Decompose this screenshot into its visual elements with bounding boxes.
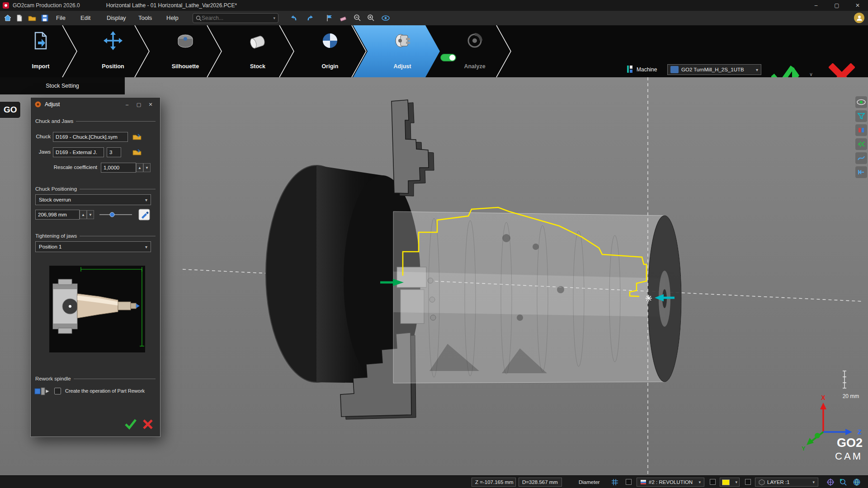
jaws-count-field[interactable]: 3: [107, 147, 121, 157]
go-panel-badge[interactable]: GO: [0, 101, 21, 118]
chuck-label: Chuck: [33, 134, 51, 139]
chevron-down-icon: ▾: [812, 480, 815, 484]
silhouette-step-icon[interactable]: [175, 31, 195, 51]
3d-viewport[interactable]: 20 mm X Z Y GO2 CAM Stock Setting: [0, 77, 868, 475]
tightening-select[interactable]: Position 1▾: [35, 241, 151, 252]
overrun-slider[interactable]: [99, 211, 133, 218]
layer-select[interactable]: LAYER :1 ▾: [755, 478, 818, 487]
stock-step-icon[interactable]: [248, 31, 268, 51]
user-avatar[interactable]: [854, 13, 864, 23]
search-box[interactable]: ▾: [193, 13, 278, 23]
target-snap-icon[interactable]: [826, 477, 835, 487]
step-silhouette[interactable]: Silhouette: [154, 63, 217, 70]
overrun-edit-button[interactable]: [138, 209, 150, 221]
menu-help[interactable]: Help: [162, 11, 183, 25]
new-document-icon[interactable]: [14, 13, 24, 23]
dialog-cancel-button[interactable]: [142, 418, 154, 431]
step-import[interactable]: Import: [9, 63, 72, 70]
close-button[interactable]: ✕: [847, 0, 868, 11]
dialog-title-bar[interactable]: Adjust – ▢ ✕: [31, 98, 160, 111]
world-view-icon[interactable]: [852, 477, 862, 487]
hexagon-icon: [759, 479, 765, 485]
menu-file[interactable]: File: [52, 11, 70, 25]
revolution-checkbox[interactable]: [626, 479, 632, 485]
overrun-up-button[interactable]: ▲: [80, 210, 87, 219]
zoom-region-icon[interactable]: [838, 477, 848, 487]
open-folder-icon[interactable]: [27, 13, 37, 23]
dialog-icon: [34, 101, 42, 108]
top-jaw-model[interactable]: [392, 100, 434, 196]
step-adjust[interactable]: Adjust: [371, 63, 434, 70]
zoom-in-icon[interactable]: [366, 13, 376, 23]
revolution-select[interactable]: #2 : REVOLUTION ▾: [637, 478, 704, 487]
visibility-eye-icon[interactable]: [855, 96, 867, 108]
chuck-file-field[interactable]: D169 - Chuck.[Chuck].sym: [53, 132, 128, 142]
adjust-toggle[interactable]: [440, 54, 456, 61]
jaws-file-field[interactable]: D169 - External J.: [53, 147, 104, 157]
step-origin[interactable]: Origin: [298, 63, 362, 70]
rescale-value-field[interactable]: 1,0000: [101, 163, 136, 173]
confirm-chevron-icon[interactable]: ∨: [809, 71, 813, 77]
rescale-up-button[interactable]: ▲: [136, 163, 143, 172]
section-view-icon[interactable]: [855, 124, 867, 136]
diameter-mode-label[interactable]: Diameter: [576, 478, 606, 487]
zoom-all-eye-icon[interactable]: [381, 13, 391, 23]
dialog-close-button[interactable]: ✕: [145, 102, 156, 108]
workflow-ribbon: Import Position Silhouette Stock Origin …: [0, 25, 868, 77]
menu-edit[interactable]: Edit: [76, 11, 95, 25]
redo-icon[interactable]: [306, 13, 316, 23]
step-analyze[interactable]: Analyze: [443, 63, 506, 70]
brand-logo-line2: CAM: [835, 450, 863, 462]
chevron-down-icon: ▾: [735, 480, 737, 484]
overrun-value-field[interactable]: 206,998 mm: [35, 210, 80, 220]
view-tools-strip: [855, 96, 867, 178]
dialog-ok-button[interactable]: [124, 418, 137, 431]
color-swatch-select[interactable]: ▾: [720, 478, 740, 487]
home-icon[interactable]: [3, 13, 13, 23]
rescale-down-button[interactable]: ▼: [143, 163, 151, 172]
step-position[interactable]: Position: [81, 63, 145, 70]
filter-icon[interactable]: [855, 110, 867, 122]
stock-cylinder-model[interactable]: [393, 211, 681, 383]
dialog-minimize-button[interactable]: –: [121, 102, 133, 107]
scale-label: 20 mm: [843, 393, 859, 399]
chevron-down-icon: ▾: [756, 67, 758, 72]
undo-icon[interactable]: [289, 13, 299, 23]
positioning-mode-select[interactable]: Stock overrun▾: [35, 194, 151, 205]
adjust-step-icon[interactable]: [392, 31, 412, 51]
layer-checkbox[interactable]: [745, 479, 751, 485]
search-chevron-icon[interactable]: ▾: [273, 16, 275, 20]
step-stock[interactable]: Stock: [226, 63, 289, 70]
menu-tools[interactable]: Tools: [134, 11, 156, 25]
axis-z-label: Z: [858, 428, 862, 436]
position-step-icon[interactable]: [103, 31, 123, 51]
dialog-maximize-button[interactable]: ▢: [133, 102, 145, 108]
jaws-label: Jaws: [33, 149, 51, 155]
chuck-browse-folder-icon[interactable]: [132, 132, 142, 142]
tab-stock-setting[interactable]: Stock Setting: [0, 77, 125, 94]
analysis-curve-icon[interactable]: [855, 152, 867, 164]
save-icon[interactable]: [40, 13, 50, 23]
minimize-button[interactable]: –: [806, 0, 826, 11]
machine-select[interactable]: GO2 TurnMill_H_2S_1UTB▾: [667, 64, 761, 75]
analyze-step-icon[interactable]: [465, 31, 485, 51]
maximize-button[interactable]: ▢: [826, 0, 847, 11]
flag-icon[interactable]: [325, 13, 335, 23]
adjust-dialog[interactable]: Adjust – ▢ ✕ Chuck and Jaws Chuck D169 -…: [30, 97, 160, 437]
search-input[interactable]: [202, 15, 273, 21]
zoom-out-icon[interactable]: [353, 13, 363, 23]
origin-step-icon[interactable]: [320, 31, 340, 51]
machine-icon: [626, 65, 633, 75]
previous-state-icon[interactable]: [855, 138, 867, 150]
flag-icon: [640, 479, 646, 485]
overrun-down-button[interactable]: ▼: [87, 210, 94, 219]
chuck-preview-image: [49, 266, 145, 352]
menu-display[interactable]: Display: [102, 11, 131, 25]
return-arrow-icon[interactable]: [855, 166, 867, 178]
jaws-browse-folder-icon[interactable]: [132, 147, 142, 157]
grid-icon[interactable]: [610, 477, 620, 487]
rework-checkbox[interactable]: [54, 388, 61, 394]
eraser-icon[interactable]: [338, 13, 348, 23]
color-checkbox[interactable]: [710, 479, 716, 485]
import-step-icon[interactable]: [31, 31, 51, 51]
